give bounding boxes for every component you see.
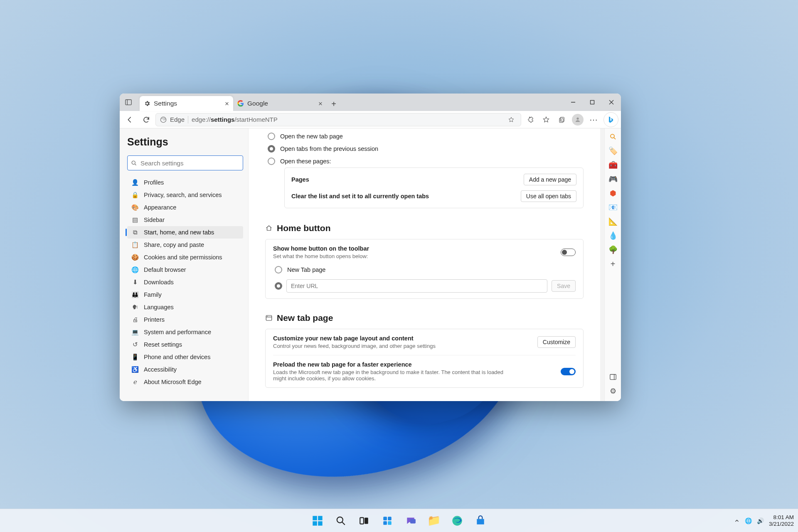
scrollbar[interactable] <box>600 128 604 401</box>
file-explorer-button[interactable]: 📁 <box>424 511 444 531</box>
gear-icon <box>144 100 150 107</box>
newtab-preload-toggle[interactable] <box>561 368 576 375</box>
close-tab-button[interactable]: × <box>318 100 323 107</box>
nav-item-icon: 🎨 <box>131 204 139 211</box>
nav-item-accessibility[interactable]: ♿Accessibility <box>127 363 243 376</box>
home-button-url-input[interactable] <box>286 279 547 293</box>
svg-rect-7 <box>560 117 564 122</box>
tools-icon[interactable]: 🧰 <box>607 159 619 171</box>
home-button-radio-newtab[interactable]: New Tab page <box>275 264 576 276</box>
divider <box>188 116 188 123</box>
toolbar: Edge edge://settings/startHomeNTP ⋯ <box>120 111 621 128</box>
svg-point-16 <box>267 316 268 317</box>
clear-list-row: Clear the list and set it to all current… <box>291 188 576 204</box>
shopping-tag-icon[interactable]: 🏷️ <box>607 145 619 157</box>
nav-item-share-copy-and-paste[interactable]: 📋Share, copy and paste <box>127 239 243 251</box>
tray-overflow-icon[interactable] <box>734 518 740 524</box>
use-all-open-tabs-button[interactable]: Use all open tabs <box>521 190 576 202</box>
nav-item-system-and-performance[interactable]: 💻System and performance <box>127 326 243 338</box>
profile-avatar[interactable] <box>570 112 585 127</box>
chat-button[interactable] <box>401 511 421 531</box>
search-icon[interactable] <box>607 131 619 143</box>
nav-item-appearance[interactable]: 🎨Appearance <box>127 201 243 214</box>
hide-sidebar-icon[interactable] <box>607 371 619 383</box>
more-menu-button[interactable]: ⋯ <box>586 112 601 127</box>
sidebar-settings-icon[interactable]: ⚙ <box>607 385 619 397</box>
extensions-icon[interactable] <box>523 112 538 127</box>
nav-item-profiles[interactable]: 👤Profiles <box>127 176 243 189</box>
tab-settings[interactable]: Settings × <box>140 96 233 111</box>
show-home-button-toggle[interactable] <box>561 249 576 256</box>
addressbar-url: edge://settings/startHomeNTP <box>192 116 278 123</box>
network-icon[interactable]: 🌐 <box>745 517 752 524</box>
newtab-customize-button[interactable]: Customize <box>537 336 576 348</box>
startup-radio-previous-session[interactable]: Open tabs from the previous session <box>268 143 584 155</box>
nav-item-start-home-and-new-tabs[interactable]: ⧉Start, home, and new tabs <box>127 226 243 239</box>
nav-item-default-browser[interactable]: 🌐Default browser <box>127 264 243 276</box>
nav-item-sidebar[interactable]: ▤Sidebar <box>127 214 243 226</box>
nav-item-languages[interactable]: 🗣Languages <box>127 301 243 313</box>
back-button[interactable] <box>122 112 137 127</box>
settings-nav: Settings 👤Profiles🔒Privacy, search, and … <box>120 128 249 401</box>
window-controls <box>564 94 621 111</box>
start-button[interactable] <box>308 511 328 531</box>
tab-google[interactable]: Google × <box>233 96 327 111</box>
nav-item-printers[interactable]: 🖨Printers <box>127 313 243 326</box>
nav-item-reset-settings[interactable]: ↺Reset settings <box>127 338 243 351</box>
nav-item-privacy-search-and-services[interactable]: 🔒Privacy, search, and services <box>127 189 243 201</box>
bing-button[interactable] <box>603 112 618 127</box>
store-button[interactable] <box>470 511 490 531</box>
system-tray: 🌐 🔊 8:01 AM 3/21/2022 <box>734 514 794 527</box>
games-icon[interactable]: 🎮 <box>607 173 619 185</box>
radio-icon <box>268 133 275 140</box>
widgets-button[interactable] <box>377 511 397 531</box>
settings-search[interactable] <box>127 155 243 170</box>
nav-item-downloads[interactable]: ⬇Downloads <box>127 276 243 288</box>
nav-item-label: Privacy, search, and services <box>144 192 222 198</box>
edge-taskbar-button[interactable] <box>447 511 467 531</box>
nav-item-icon: 🌐 <box>131 266 139 273</box>
radio-icon[interactable] <box>275 282 282 290</box>
radio-icon <box>275 266 282 273</box>
vertical-tabs-button[interactable] <box>120 94 137 111</box>
nav-item-cookies-and-site-permissions[interactable]: 🍪Cookies and site permissions <box>127 251 243 264</box>
nav-item-label: Languages <box>144 304 174 310</box>
home-button-save[interactable]: Save <box>552 280 576 292</box>
taskbar: 📁 🌐 🔊 8:01 AM 3/21/2022 <box>0 509 798 532</box>
outlook-icon[interactable]: 📧 <box>607 202 619 213</box>
nav-item-family[interactable]: 👪Family <box>127 288 243 301</box>
nav-item-label: Accessibility <box>144 366 177 373</box>
taskbar-search-button[interactable] <box>331 511 351 531</box>
taskbar-clock[interactable]: 8:01 AM 3/21/2022 <box>769 514 794 527</box>
refresh-button[interactable] <box>139 112 154 127</box>
show-home-button-sub: Set what the home button opens below: <box>273 253 369 259</box>
tree-icon[interactable]: 🌳 <box>607 244 619 256</box>
math-icon[interactable]: 📐 <box>607 216 619 227</box>
new-tab-button[interactable]: + <box>327 97 341 111</box>
close-tab-button[interactable]: × <box>225 100 229 107</box>
add-new-page-button[interactable]: Add a new page <box>524 174 576 185</box>
startup-radio-new-tab[interactable]: Open the new tab page <box>268 130 584 143</box>
svg-rect-19 <box>610 374 616 380</box>
nav-item-phone-and-other-devices[interactable]: 📱Phone and other devices <box>127 351 243 363</box>
volume-icon[interactable]: 🔊 <box>757 517 764 524</box>
address-bar[interactable]: Edge edge://settings/startHomeNTP <box>155 113 521 126</box>
office-icon[interactable]: ⬢ <box>607 187 619 199</box>
svg-point-17 <box>611 134 614 138</box>
svg-rect-29 <box>383 517 387 520</box>
nav-item-about-microsoft-edge[interactable]: ℯAbout Microsoft Edge <box>127 376 243 388</box>
startup-radio-open-these-pages[interactable]: Open these pages: <box>268 155 584 167</box>
drop-icon[interactable]: 💧 <box>607 230 619 241</box>
close-window-button[interactable] <box>602 94 621 111</box>
settings-search-input[interactable] <box>140 160 239 167</box>
svg-rect-0 <box>126 100 131 105</box>
minimize-button[interactable] <box>564 94 583 111</box>
svg-rect-14 <box>266 315 272 320</box>
task-view-button[interactable] <box>354 511 374 531</box>
favorite-star-icon[interactable] <box>506 112 517 127</box>
maximize-button[interactable] <box>583 94 602 111</box>
favorites-icon[interactable] <box>539 112 554 127</box>
nav-item-icon: ⬇ <box>131 279 139 286</box>
collections-icon[interactable] <box>554 112 569 127</box>
add-sidebar-button[interactable]: + <box>607 258 619 270</box>
